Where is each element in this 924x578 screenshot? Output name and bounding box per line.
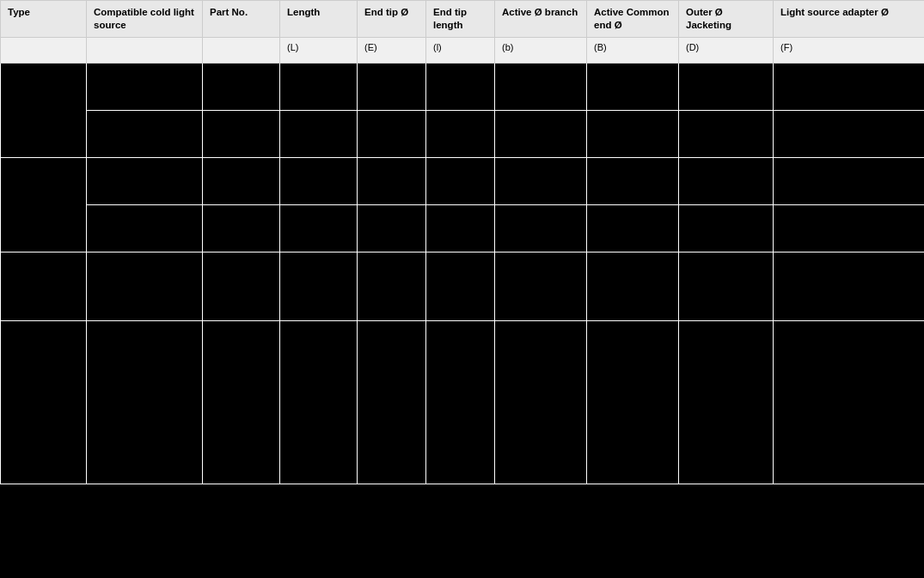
cell-activebr [495, 63, 587, 110]
cell-activebr [495, 110, 587, 157]
cell-partno [203, 204, 280, 252]
col-header-outerjack: Outer Ø Jacketing [679, 1, 774, 38]
table-row [1, 204, 925, 252]
unit-endtip: (E) [358, 37, 426, 63]
cell-activecom [587, 252, 679, 320]
table-row [1, 252, 925, 320]
cell-outerjack [679, 157, 774, 204]
unit-partno [203, 37, 280, 63]
cell-endtip [358, 157, 426, 204]
cell-outerjack [679, 320, 774, 484]
table-row [1, 110, 925, 157]
cell-endtiplen [426, 204, 495, 252]
cell-lightsrc [774, 157, 925, 204]
cell-compat [87, 204, 203, 252]
cell-endtip [358, 63, 426, 110]
cell-lightsrc [774, 63, 925, 110]
cell-activebr [495, 204, 587, 252]
cell-outerjack [679, 252, 774, 320]
unit-outerjack: (D) [679, 37, 774, 63]
cell-activecom [587, 157, 679, 204]
unit-activebr: (b) [495, 37, 587, 63]
cell-endtiplen [426, 252, 495, 320]
cell-length [280, 204, 358, 252]
cell-length [280, 252, 358, 320]
cell-endtip [358, 320, 426, 484]
cell-compat [87, 252, 203, 320]
cell-partno [203, 252, 280, 320]
cell-activecom [587, 204, 679, 252]
col-header-endtip: End tip Ø [358, 1, 426, 38]
unit-compat [87, 37, 203, 63]
cell-activebr [495, 157, 587, 204]
cell-activebr [495, 252, 587, 320]
cell-partno [203, 157, 280, 204]
cell-endtip [358, 252, 426, 320]
col-header-type: Type [1, 1, 87, 38]
header-row: Type Compatible cold light source Part N… [1, 1, 925, 38]
table-row [1, 320, 925, 484]
cell-compat [87, 157, 203, 204]
cell-length [280, 320, 358, 484]
cell-type [1, 63, 87, 157]
col-header-activecom: Active Common end Ø [587, 1, 679, 38]
col-header-partno: Part No. [203, 1, 280, 38]
table-container: Type Compatible cold light source Part N… [0, 0, 924, 484]
table-row [1, 157, 925, 204]
cell-activecom [587, 320, 679, 484]
unit-row: (L) (E) (l) (b) (B) (D) (F) [1, 37, 925, 63]
cell-partno [203, 320, 280, 484]
cell-partno [203, 110, 280, 157]
cell-activecom [587, 63, 679, 110]
cell-activebr [495, 320, 587, 484]
data-table: Type Compatible cold light source Part N… [0, 0, 924, 484]
cell-lightsrc [774, 204, 925, 252]
cell-length [280, 110, 358, 157]
cell-endtiplen [426, 110, 495, 157]
cell-type [1, 157, 87, 252]
col-header-lightsrc: Light source adapter Ø [774, 1, 925, 38]
cell-outerjack [679, 204, 774, 252]
cell-length [280, 157, 358, 204]
cell-type [1, 320, 87, 484]
cell-type [1, 252, 87, 320]
cell-endtip [358, 110, 426, 157]
cell-endtiplen [426, 320, 495, 484]
cell-outerjack [679, 110, 774, 157]
cell-partno [203, 63, 280, 110]
unit-lightsrc: (F) [774, 37, 925, 63]
cell-lightsrc [774, 110, 925, 157]
cell-length [280, 63, 358, 110]
cell-compat [87, 320, 203, 484]
col-header-activebr: Active Ø branch [495, 1, 587, 38]
cell-compat [87, 63, 203, 110]
unit-endtiplen: (l) [426, 37, 495, 63]
cell-endtiplen [426, 157, 495, 204]
cell-outerjack [679, 63, 774, 110]
col-header-length: Length [280, 1, 358, 38]
unit-type [1, 37, 87, 63]
cell-endtiplen [426, 63, 495, 110]
unit-length: (L) [280, 37, 358, 63]
unit-activecom: (B) [587, 37, 679, 63]
cell-lightsrc [774, 320, 925, 484]
cell-lightsrc [774, 252, 925, 320]
cell-compat [87, 110, 203, 157]
table-row [1, 63, 925, 110]
col-header-endtiplen: End tip length [426, 1, 495, 38]
col-header-compat: Compatible cold light source [87, 1, 203, 38]
cell-endtip [358, 204, 426, 252]
cell-activecom [587, 110, 679, 157]
